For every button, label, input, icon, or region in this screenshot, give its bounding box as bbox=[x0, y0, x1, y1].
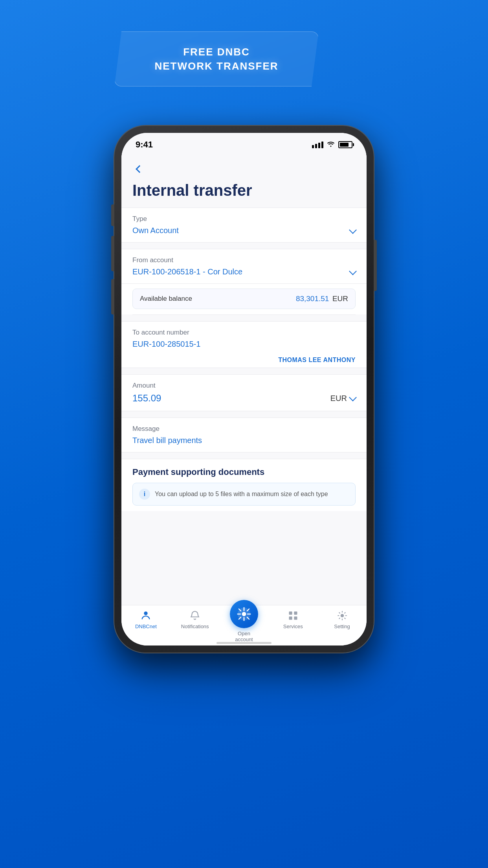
form-scroll-area[interactable]: Internal transfer Type Own Account bbox=[121, 156, 367, 605]
nav-item-open-account[interactable]: Open account bbox=[228, 609, 260, 642]
phone-frame: 9:41 bbox=[114, 126, 374, 653]
type-label: Type bbox=[132, 215, 356, 223]
nav-item-dnbcnet[interactable]: DNBCnet bbox=[130, 609, 161, 629]
svg-point-2 bbox=[242, 612, 246, 616]
svg-rect-13 bbox=[289, 616, 292, 620]
gap2 bbox=[121, 315, 367, 321]
currency-label: EUR bbox=[330, 394, 347, 403]
amount-value[interactable]: 155.09 bbox=[132, 393, 161, 404]
nav-label-dnbcnet: DNBCnet bbox=[135, 623, 157, 629]
from-account-label: From account bbox=[132, 256, 356, 264]
docs-title: Payment supporting documents bbox=[132, 467, 356, 477]
status-time: 9:41 bbox=[136, 140, 153, 150]
top-banner: FREE DNBC NETWORK TRANSFER bbox=[114, 31, 319, 86]
amount-section: Amount 155.09 EUR bbox=[121, 374, 367, 411]
amount-label: Amount bbox=[132, 382, 356, 390]
battery-fill bbox=[340, 143, 349, 147]
account-name-row: THOMAS LEE ANTHONY bbox=[121, 353, 367, 368]
currency-selector[interactable]: EUR bbox=[330, 394, 356, 403]
nav-item-services[interactable]: Services bbox=[277, 609, 309, 629]
upload-info-text: You can upload up to 5 files with a maxi… bbox=[155, 490, 328, 498]
status-icons bbox=[312, 141, 352, 149]
message-value[interactable]: Travel bill payments bbox=[132, 436, 202, 445]
phone-device: 9:41 bbox=[114, 126, 374, 653]
balance-currency: EUR bbox=[332, 294, 348, 303]
account-holder-name: THOMAS LEE ANTHONY bbox=[278, 357, 356, 363]
balance-card: Available balance 83,301.51 EUR bbox=[132, 289, 356, 309]
bell-icon bbox=[189, 609, 201, 622]
to-account-label: To account number bbox=[132, 329, 356, 337]
from-account-section: From account EUR-100-206518-1 - Cor Dulc… bbox=[121, 249, 367, 284]
gear-icon bbox=[336, 609, 349, 622]
nav-label-setting: Setting bbox=[334, 623, 350, 629]
to-account-value: EUR-100-285015-1 bbox=[132, 340, 200, 348]
signal-icon bbox=[312, 142, 323, 148]
nav-label-open-account: Open account bbox=[228, 631, 260, 642]
docs-section: Payment supporting documents i You can u… bbox=[121, 459, 367, 511]
message-section: Message Travel bill payments bbox=[121, 417, 367, 452]
home-bar bbox=[216, 642, 272, 644]
screen-content-wrapper: 9:41 bbox=[121, 133, 367, 645]
nav-label-notifications: Notifications bbox=[181, 623, 209, 629]
gap1 bbox=[121, 243, 367, 249]
amount-row: 155.09 EUR bbox=[132, 393, 356, 404]
status-bar: 9:41 bbox=[121, 133, 367, 156]
balance-display: 83,301.51 EUR bbox=[296, 294, 348, 303]
from-account-selector[interactable]: EUR-100-206518-1 - Cor Dulce bbox=[132, 267, 356, 276]
upload-info-box[interactable]: i You can upload up to 5 files with a ma… bbox=[132, 483, 356, 506]
volume-up-button bbox=[111, 236, 114, 271]
type-selector[interactable]: Own Account bbox=[132, 226, 356, 235]
phone-screen: 9:41 bbox=[121, 133, 367, 645]
svg-point-15 bbox=[341, 614, 343, 617]
back-button[interactable] bbox=[132, 162, 147, 176]
nav-item-setting[interactable]: Setting bbox=[327, 609, 358, 629]
nav-label-services: Services bbox=[283, 623, 303, 629]
banner-text: FREE DNBC NETWORK TRANSFER bbox=[154, 45, 278, 74]
back-chevron-icon bbox=[136, 165, 143, 173]
wifi-icon bbox=[327, 141, 335, 149]
home-indicator bbox=[121, 642, 367, 645]
background: FREE DNBC NETWORK TRANSFER 9:41 bbox=[114, 0, 374, 653]
type-chevron-icon bbox=[349, 226, 357, 234]
gap3 bbox=[121, 368, 367, 374]
volume-mute-button bbox=[111, 204, 114, 226]
person-icon bbox=[139, 609, 152, 622]
battery-icon bbox=[338, 141, 352, 148]
from-account-chevron-icon bbox=[349, 267, 357, 275]
currency-chevron-icon bbox=[349, 394, 357, 401]
nav-item-notifications[interactable]: Notifications bbox=[179, 609, 211, 629]
services-icon bbox=[287, 609, 299, 622]
svg-point-0 bbox=[144, 612, 148, 615]
balance-amount: 83,301.51 bbox=[296, 294, 329, 303]
power-button bbox=[374, 240, 377, 291]
gap5 bbox=[121, 452, 367, 459]
svg-rect-12 bbox=[294, 612, 297, 615]
from-account-value: EUR-100-206518-1 - Cor Dulce bbox=[132, 267, 242, 276]
volume-down-button bbox=[111, 279, 114, 314]
type-field-section: Type Own Account bbox=[121, 208, 367, 243]
bottom-nav: DNBCnet Notifications bbox=[121, 605, 367, 642]
svg-rect-11 bbox=[289, 612, 292, 615]
dnbc-logo-icon bbox=[237, 607, 251, 621]
info-icon: i bbox=[139, 489, 150, 500]
to-account-section: To account number EUR-100-285015-1 bbox=[121, 321, 367, 353]
svg-rect-14 bbox=[294, 616, 297, 620]
type-value: Own Account bbox=[132, 226, 179, 235]
message-label: Message bbox=[132, 425, 356, 433]
open-account-button[interactable] bbox=[230, 600, 258, 628]
balance-label: Available balance bbox=[140, 295, 192, 303]
nav-bar bbox=[121, 156, 367, 176]
gap4 bbox=[121, 411, 367, 417]
page-title: Internal transfer bbox=[132, 181, 356, 200]
balance-area: Available balance 83,301.51 EUR bbox=[121, 284, 367, 314]
page-title-section: Internal transfer bbox=[121, 176, 367, 208]
